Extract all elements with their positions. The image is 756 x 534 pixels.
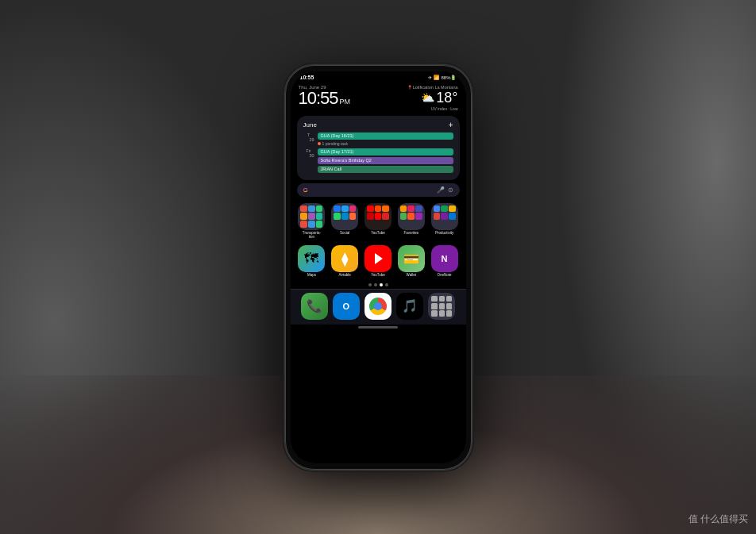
event-pending-task[interactable]: 1 pending task — [318, 141, 453, 146]
productivity-folder-icon — [431, 203, 458, 230]
airtable-label: Airtable — [339, 273, 351, 277]
fd21 — [382, 213, 389, 220]
pending-dot — [318, 142, 321, 145]
day-30-col: Fri 30 — [303, 148, 314, 158]
favorites-folder-icon — [398, 203, 425, 230]
fd24 — [415, 206, 422, 213]
event-jrian-call[interactable]: JRiAN Call — [318, 166, 453, 173]
youtube-folder-label: YouTube — [371, 231, 385, 235]
home-indicator[interactable] — [358, 326, 398, 328]
fd11 — [341, 206, 349, 213]
page-dot-4 — [385, 283, 388, 286]
social-folder-icon — [331, 203, 358, 230]
app-youtube[interactable]: YouTube — [363, 245, 393, 277]
onenote-label: OneNote — [438, 273, 452, 277]
page-dot-2 — [374, 283, 377, 286]
fd33 — [449, 213, 456, 220]
app-youtube-folder[interactable]: YouTube — [363, 203, 393, 240]
maps-icon-glyph: 🗺 — [304, 251, 318, 267]
app-wallet[interactable]: 💳 Wallet — [396, 245, 426, 277]
fd15 — [349, 213, 357, 220]
fd22 — [400, 206, 407, 213]
calendar-month: June — [303, 121, 317, 129]
outlook-icon: O — [333, 293, 360, 320]
signal-icon: 📶 — [434, 75, 439, 80]
fd29 — [441, 206, 448, 213]
date-time-left: Thu, June 29 10:55 PM — [299, 85, 351, 107]
app-favorites[interactable]: Favorites — [396, 203, 426, 240]
apps-dot-7 — [431, 310, 438, 317]
fd4 — [300, 213, 307, 220]
apps-dot-3 — [446, 296, 453, 302]
page-dot-1 — [368, 283, 372, 286]
fd9 — [316, 221, 323, 228]
fd27 — [415, 213, 422, 220]
maps-icon: 🗺 — [298, 245, 325, 272]
chrome-inner — [374, 302, 382, 310]
dock-phone[interactable]: 📞 — [301, 293, 328, 320]
google-lens-icon[interactable]: ⊙ — [448, 186, 453, 194]
fd20 — [375, 213, 382, 220]
fd32 — [441, 213, 448, 220]
youtube-play-icon — [375, 253, 383, 264]
dock-all-apps[interactable] — [428, 293, 455, 320]
wifi-icon: ✈ — [428, 75, 432, 80]
location-pin-icon: 📍 — [407, 85, 412, 90]
uv-label: UV index : Low — [407, 106, 458, 111]
dock-spotify[interactable]: 🎵 — [396, 293, 423, 320]
fd28 — [434, 206, 441, 213]
youtube-label: YouTube — [371, 273, 385, 277]
fd2 — [308, 206, 315, 213]
phone-icon: 📞 — [301, 293, 328, 320]
apps-dot-8 — [439, 310, 446, 317]
app-social[interactable]: Social — [330, 203, 360, 240]
wallet-icon-glyph: 💳 — [403, 252, 419, 267]
spotify-icon-glyph: 🎵 — [402, 298, 418, 313]
clock-display: 10:55 — [299, 90, 338, 107]
app-productivity[interactable]: Productivity — [430, 203, 460, 240]
apps-dot-4 — [431, 303, 438, 309]
day-30-num: 30 — [303, 153, 314, 158]
apps-dot-6 — [446, 303, 453, 309]
temperature-display: 18° — [436, 90, 457, 106]
fd16 — [367, 206, 374, 213]
event-gua-day16[interactable]: GUA (Day 16/21) — [318, 133, 453, 140]
fd17 — [375, 206, 382, 213]
calendar-add-button[interactable]: + — [449, 121, 453, 129]
microphone-icon[interactable]: 🎤 — [437, 186, 445, 194]
calendar-widget[interactable]: June + T 29 GUA (Day 16/21) 1 pending ta… — [297, 116, 460, 180]
dock-outlook[interactable]: O — [333, 293, 360, 320]
maps-label: Maps — [307, 273, 316, 277]
spotify-icon: 🎵 — [396, 293, 423, 320]
phone-screen: 10:55 ✈ 📶 88%🔋 Thu, June 29 10:55 PM — [291, 71, 466, 463]
fd3 — [316, 206, 323, 213]
fd8 — [308, 221, 315, 228]
social-label: Social — [340, 231, 349, 235]
event-gua-day17[interactable]: GUA (Day 17/21) — [318, 148, 453, 156]
day-29-events: GUA (Day 16/21) 1 pending task — [318, 133, 453, 146]
all-apps-icon — [428, 293, 455, 320]
fd18 — [382, 206, 389, 213]
youtube-folder-icon — [364, 203, 392, 230]
fd19 — [367, 213, 374, 220]
page-dot-3-active — [380, 283, 383, 286]
app-grid-row1: Transporta-tion Social — [291, 200, 466, 243]
status-icons: ✈ 📶 88%🔋 — [428, 75, 456, 80]
app-onenote[interactable]: N OneNote — [430, 245, 460, 277]
event-sofia-birthday[interactable]: Sofia Rivera's Birthday Q2 — [318, 157, 453, 164]
google-search-bar[interactable]: G 🎤 ⊙ — [297, 183, 460, 197]
airtable-icon-glyph: ⧫ — [341, 252, 348, 267]
app-maps[interactable]: 🗺 Maps — [297, 245, 327, 277]
fd1 — [300, 206, 307, 213]
dock-chrome[interactable] — [364, 293, 392, 320]
app-transportation[interactable]: Transporta-tion — [297, 203, 327, 240]
productivity-label: Productivity — [435, 231, 453, 235]
onenote-icon-glyph: N — [442, 254, 448, 263]
youtube-icon — [364, 245, 392, 272]
temp-row: ⛅ 18° — [407, 90, 458, 106]
fd7 — [300, 221, 307, 228]
favorites-label: Favorites — [404, 231, 419, 235]
fd14 — [341, 213, 349, 220]
fd12 — [349, 206, 357, 213]
app-airtable[interactable]: ⧫ Airtable — [330, 245, 360, 277]
